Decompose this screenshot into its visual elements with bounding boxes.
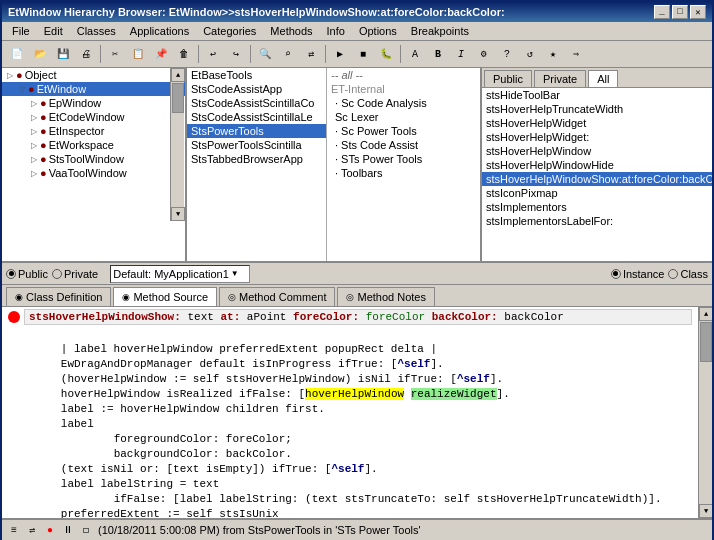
breakpoint-dot[interactable] — [8, 311, 20, 323]
cat-codeassist[interactable]: · Sts Code Assist — [327, 138, 480, 152]
cat-toolbars[interactable]: · Toolbars — [327, 166, 480, 180]
method-stshovertruncate[interactable]: stsHoverHelpTruncateWidth — [482, 102, 712, 116]
status-icon-1[interactable]: ≡ — [6, 522, 22, 538]
tab-method-comment[interactable]: ◎ Method Comment — [219, 287, 335, 306]
tab-method-notes[interactable]: ◎ Method Notes — [337, 287, 434, 306]
app-item-ststabbedbrowser[interactable]: StsTabbedBrowserApp — [187, 152, 326, 166]
tb-nav[interactable]: ⇒ — [565, 43, 587, 65]
minimize-button[interactable]: _ — [654, 5, 670, 19]
menu-categories[interactable]: Categories — [197, 24, 262, 38]
radio-private[interactable]: Private — [52, 268, 98, 280]
tb-italic[interactable]: I — [450, 43, 472, 65]
class-def-icon: ◉ — [15, 292, 23, 302]
tree-item-etwindow[interactable]: ▽ ● EtWindow — [2, 82, 185, 96]
tb-redo[interactable]: ↪ — [225, 43, 247, 65]
tab-class-definition[interactable]: ◉ Class Definition — [6, 287, 111, 306]
tree-item-ststoolwindow[interactable]: ▷ ● StsToolWindow — [2, 152, 185, 166]
scroll-thumb[interactable] — [172, 83, 184, 113]
tb-print[interactable]: 🖨 — [75, 43, 97, 65]
tb-settings[interactable]: ⚙ — [473, 43, 495, 65]
cat-codeanalysis[interactable]: · Sc Code Analysis — [327, 96, 480, 110]
tb-font[interactable]: A — [404, 43, 426, 65]
tb-copy[interactable]: 📋 — [127, 43, 149, 65]
app-item-stsassist[interactable]: StsCodeAssistApp — [187, 82, 326, 96]
tb-replace[interactable]: ⇄ — [300, 43, 322, 65]
tree-item-etworkspace[interactable]: ▷ ● EtWorkspace — [2, 138, 185, 152]
close-button[interactable]: ✕ — [690, 5, 706, 19]
code-line-1 — [8, 327, 692, 342]
cat-lexer[interactable]: Sc Lexer — [327, 110, 480, 124]
menu-applications[interactable]: Applications — [124, 24, 195, 38]
method-stsimplementorslabel[interactable]: stsImplementorsLabelFor: — [482, 214, 712, 228]
tab-private[interactable]: Private — [534, 70, 586, 87]
cat-powertools[interactable]: · Sc Power Tools — [327, 124, 480, 138]
status-icon-4[interactable]: ⏸ — [60, 522, 76, 538]
tab-public[interactable]: Public — [484, 70, 532, 87]
tb-find[interactable]: ⌕ — [277, 43, 299, 65]
cat-stspowertools[interactable]: · STs Power Tools — [327, 152, 480, 166]
code-line-2: | label hoverHelpWindow preferredExtent … — [8, 342, 692, 357]
status-icon-5[interactable]: ◻ — [78, 522, 94, 538]
tb-paste[interactable]: 📌 — [150, 43, 172, 65]
method-stshoverwindowhide[interactable]: stsHoverHelpWindowHide — [482, 158, 712, 172]
method-stshidetoolbar[interactable]: stsHideToolBar — [482, 88, 712, 102]
status-icon-2[interactable]: ⇌ — [24, 522, 40, 538]
tb-stop[interactable]: ■ — [352, 43, 374, 65]
menu-options[interactable]: Options — [353, 24, 403, 38]
tb-delete[interactable]: 🗑 — [173, 43, 195, 65]
menu-breakpoints[interactable]: Breakpoints — [405, 24, 475, 38]
tab-all[interactable]: All — [588, 70, 618, 87]
radio-instance[interactable]: Instance — [611, 268, 665, 280]
maximize-button[interactable]: □ — [672, 5, 688, 19]
menu-edit[interactable]: Edit — [38, 24, 69, 38]
method-signature-bar: stsHoverHelpWindowShow: text at: aPoint … — [24, 309, 692, 325]
tb-save[interactable]: 💾 — [52, 43, 74, 65]
scroll-up-btn[interactable]: ▲ — [171, 68, 185, 82]
method-stshoverwidget-set[interactable]: stsHoverHelpWidget: — [482, 130, 712, 144]
tb-run[interactable]: ▶ — [329, 43, 351, 65]
tb-undo[interactable]: ↩ — [202, 43, 224, 65]
tb-debug[interactable]: 🐛 — [375, 43, 397, 65]
method-stshoverwindowshow[interactable]: stsHoverHelpWindowShow:at:foreColor:back… — [482, 172, 712, 186]
tb-cut[interactable]: ✂ — [104, 43, 126, 65]
menu-info[interactable]: Info — [321, 24, 351, 38]
tb-bookmark[interactable]: ★ — [542, 43, 564, 65]
menu-classes[interactable]: Classes — [71, 24, 122, 38]
class-hierarchy-panel: ▷ ● Object ▽ ● EtWindow ▷ ● EpWind — [2, 68, 187, 261]
code-scroll-up[interactable]: ▲ — [699, 307, 712, 321]
tb-bold[interactable]: B — [427, 43, 449, 65]
method-stsimplementors[interactable]: stsImplementors — [482, 200, 712, 214]
method-stsiconpixmap[interactable]: stsIconPixmap — [482, 186, 712, 200]
tree-item-etinspector[interactable]: ▷ ● EtInspector — [2, 124, 185, 138]
code-scroll-down[interactable]: ▼ — [699, 504, 712, 518]
tree-item-epwindow[interactable]: ▷ ● EpWindow — [2, 96, 185, 110]
method-tab-bar: ◉ Class Definition ◉ Method Source ◎ Met… — [2, 285, 712, 307]
menu-file[interactable]: File — [6, 24, 36, 38]
tree-item-object[interactable]: ▷ ● Object — [2, 68, 185, 82]
category-et-internal: ET-Internal — [327, 82, 480, 96]
app-item-stspowerscintilla[interactable]: StsPowerToolsScintilla — [187, 138, 326, 152]
scroll-down-btn[interactable]: ▼ — [171, 207, 185, 221]
tb-help[interactable]: ? — [496, 43, 518, 65]
tab-method-source[interactable]: ◉ Method Source — [113, 287, 217, 306]
code-editor[interactable]: stsHoverHelpWindowShow: text at: aPoint … — [2, 307, 698, 518]
tree-item-etcodewindow[interactable]: ▷ ● EtCodeWindow — [2, 110, 185, 124]
menu-methods[interactable]: Methods — [264, 24, 318, 38]
tb-open[interactable]: 📂 — [29, 43, 51, 65]
status-icon-3[interactable]: ● — [42, 522, 58, 538]
app-item-stsscintco[interactable]: StsCodeAssistScintillaCo — [187, 96, 326, 110]
radio-public[interactable]: Public — [6, 268, 48, 280]
tb-new[interactable]: 📄 — [6, 43, 28, 65]
tree-item-vaatoolwindow[interactable]: ▷ ● VaaToolWindow — [2, 166, 185, 180]
app-item-stspowertools[interactable]: StsPowerTools — [187, 124, 326, 138]
method-stshoverwindow[interactable]: stsHoverHelpWindow — [482, 144, 712, 158]
app-item-etbasetools[interactable]: EtBaseTools — [187, 68, 326, 82]
tab-class-def-label: Class Definition — [26, 291, 102, 303]
app-item-stsscintle[interactable]: StsCodeAssistScintillaLe — [187, 110, 326, 124]
radio-class[interactable]: Class — [668, 268, 708, 280]
tb-search[interactable]: 🔍 — [254, 43, 276, 65]
default-app-combo[interactable]: Default: MyApplication1 ▼ — [110, 265, 250, 283]
code-scroll-thumb[interactable] — [700, 322, 712, 362]
tb-refresh[interactable]: ↺ — [519, 43, 541, 65]
method-stshoverwidget[interactable]: stsHoverHelpWidget — [482, 116, 712, 130]
